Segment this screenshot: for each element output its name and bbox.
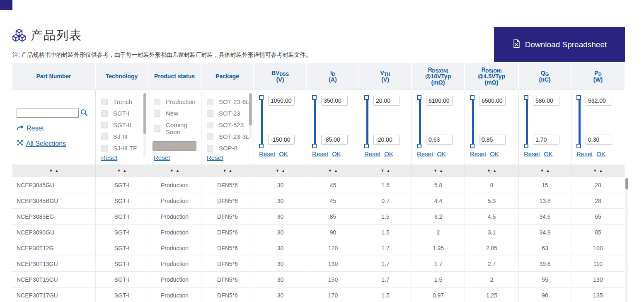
download-spreadsheet-button[interactable]: Download Spreadsheet bbox=[494, 27, 625, 62]
package-list-scrollbar-thumb[interactable] bbox=[249, 93, 252, 126]
sort-control-technology[interactable]: ▼▲ bbox=[96, 164, 148, 177]
rdson-4v5-slider-max-handle[interactable] bbox=[470, 95, 475, 100]
id-reset-link[interactable]: Reset bbox=[312, 150, 328, 157]
sort-control-bvdss[interactable]: ▼▲ bbox=[254, 164, 307, 177]
checkbox-icon[interactable] bbox=[101, 99, 108, 105]
sort-asc-icon[interactable]: ▲ bbox=[176, 169, 179, 173]
sort-asc-icon[interactable]: ▲ bbox=[281, 169, 285, 173]
status-reset-link[interactable]: Reset bbox=[154, 154, 170, 161]
vth-slider-max-handle[interactable] bbox=[364, 95, 369, 100]
sort-desc-icon[interactable]: ▼ bbox=[117, 169, 121, 173]
technology-option[interactable]: SGT-I bbox=[101, 110, 148, 117]
sort-asc-icon[interactable]: ▲ bbox=[123, 169, 127, 173]
bvdss-slider-min-handle[interactable] bbox=[259, 144, 264, 148]
sort-control-product-status[interactable]: ▼▲ bbox=[148, 164, 201, 177]
technology-option[interactable]: SJ-III bbox=[101, 133, 148, 140]
package-reset-link[interactable]: Reset bbox=[207, 154, 223, 161]
package-option[interactable]: SOT-23-3L bbox=[207, 133, 254, 140]
qg-slider-min-handle[interactable] bbox=[524, 144, 528, 148]
rdson-10v-max-input[interactable] bbox=[426, 96, 453, 106]
rdson-4v5-min-input[interactable] bbox=[479, 135, 506, 145]
sort-control-package[interactable]: ▼▲ bbox=[201, 164, 254, 177]
sort-control-id[interactable]: ▼▲ bbox=[307, 164, 359, 177]
package-option[interactable]: SOP-8 bbox=[207, 145, 254, 152]
sort-desc-icon[interactable]: ▼ bbox=[328, 169, 332, 173]
vth-ok-link[interactable]: OK bbox=[384, 150, 393, 157]
sort-control-rdson-4v5[interactable]: ▼▲ bbox=[465, 164, 519, 177]
id-slider-track[interactable] bbox=[314, 98, 316, 147]
qg-max-input[interactable] bbox=[533, 96, 559, 106]
reset-all-link[interactable]: Reset bbox=[17, 124, 95, 133]
id-slider-max-handle[interactable] bbox=[312, 95, 317, 100]
vth-max-input[interactable] bbox=[373, 96, 400, 106]
sort-asc-icon[interactable]: ▲ bbox=[229, 169, 232, 173]
rdson-10v-slider-min-handle[interactable] bbox=[417, 144, 421, 148]
package-option[interactable]: SOT-23-6L bbox=[207, 98, 254, 105]
qg-min-input[interactable] bbox=[533, 135, 559, 145]
rdson-10v-min-input[interactable] bbox=[426, 135, 453, 145]
sort-control-qg[interactable]: ▼▲ bbox=[519, 164, 571, 177]
sort-desc-icon[interactable]: ▼ bbox=[540, 169, 544, 173]
checkbox-icon[interactable] bbox=[101, 133, 108, 140]
sort-desc-icon[interactable]: ▼ bbox=[276, 169, 279, 173]
checkbox-icon[interactable] bbox=[207, 145, 213, 152]
pd-slider-min-handle[interactable] bbox=[576, 144, 581, 148]
checkbox-icon[interactable] bbox=[154, 99, 160, 105]
bvdss-max-input[interactable] bbox=[268, 96, 295, 106]
pd-max-input[interactable] bbox=[586, 96, 612, 106]
sort-asc-icon[interactable]: ▲ bbox=[599, 169, 603, 173]
pd-ok-link[interactable]: OK bbox=[596, 150, 605, 157]
rdson-10v-ok-link[interactable]: OK bbox=[437, 150, 446, 157]
sort-desc-icon[interactable]: ▼ bbox=[433, 169, 437, 173]
status-option[interactable]: Production bbox=[154, 98, 201, 105]
checkbox-icon[interactable] bbox=[101, 122, 108, 128]
id-slider-min-handle[interactable] bbox=[312, 144, 317, 148]
bvdss-slider-track[interactable] bbox=[261, 98, 263, 147]
technology-option[interactable]: SGT-II bbox=[101, 121, 148, 128]
package-option[interactable]: SOT-23 bbox=[207, 110, 254, 117]
sort-asc-icon[interactable]: ▲ bbox=[546, 169, 550, 173]
id-ok-link[interactable]: OK bbox=[332, 150, 341, 157]
rdson-10v-slider-track[interactable] bbox=[419, 98, 421, 147]
sort-asc-icon[interactable]: ▲ bbox=[387, 169, 390, 173]
pd-reset-link[interactable]: Reset bbox=[576, 150, 593, 157]
sort-desc-icon[interactable]: ▼ bbox=[170, 169, 174, 173]
sort-asc-icon[interactable]: ▲ bbox=[439, 169, 443, 173]
vth-min-input[interactable] bbox=[373, 135, 400, 145]
bvdss-min-input[interactable] bbox=[268, 135, 295, 145]
status-option[interactable]: Coming Soon bbox=[154, 121, 201, 135]
sort-control-vth[interactable]: ▼▲ bbox=[359, 164, 412, 177]
technology-option[interactable]: SJ-III TF bbox=[101, 145, 148, 152]
id-min-input[interactable] bbox=[321, 135, 348, 145]
technology-option[interactable]: Trench bbox=[101, 98, 148, 105]
package-option[interactable]: SOT-523 bbox=[207, 121, 254, 128]
checkbox-icon[interactable] bbox=[154, 125, 160, 132]
sort-asc-icon[interactable]: ▲ bbox=[493, 169, 496, 173]
qg-slider-track[interactable] bbox=[526, 98, 528, 147]
pd-slider-max-handle[interactable] bbox=[576, 95, 581, 100]
status-option[interactable]: New bbox=[154, 110, 201, 117]
checkbox-icon[interactable] bbox=[207, 99, 213, 105]
checkbox-icon[interactable] bbox=[101, 110, 108, 117]
technology-list-scrollbar-thumb[interactable] bbox=[143, 93, 146, 134]
technology-list-scrollbar[interactable] bbox=[143, 93, 146, 157]
part-number-search-input[interactable] bbox=[17, 109, 79, 118]
table-scrollbar-thumb[interactable] bbox=[625, 178, 628, 189]
sort-desc-icon[interactable]: ▼ bbox=[487, 169, 491, 173]
rdson-4v5-reset-link[interactable]: Reset bbox=[470, 150, 486, 157]
sort-desc-icon[interactable]: ▼ bbox=[49, 169, 53, 173]
magnifier-icon[interactable] bbox=[80, 109, 88, 118]
technology-reset-link[interactable]: Reset bbox=[101, 154, 117, 161]
vth-reset-link[interactable]: Reset bbox=[364, 150, 380, 157]
sort-control-rdson-10v[interactable]: ▼▲ bbox=[412, 164, 465, 177]
rdson-4v5-slider-min-handle[interactable] bbox=[470, 144, 475, 148]
rdson-4v5-slider-track[interactable] bbox=[472, 98, 474, 147]
checkbox-icon[interactable] bbox=[207, 133, 213, 140]
sort-desc-icon[interactable]: ▼ bbox=[223, 169, 227, 173]
qg-reset-link[interactable]: Reset bbox=[524, 150, 540, 157]
checkbox-icon[interactable] bbox=[207, 122, 213, 128]
sort-control-pd[interactable]: ▼▲ bbox=[571, 164, 625, 177]
table-scrollbar[interactable] bbox=[625, 177, 628, 302]
all-selections-link[interactable]: All Selections bbox=[17, 139, 95, 148]
id-max-input[interactable] bbox=[321, 96, 348, 106]
